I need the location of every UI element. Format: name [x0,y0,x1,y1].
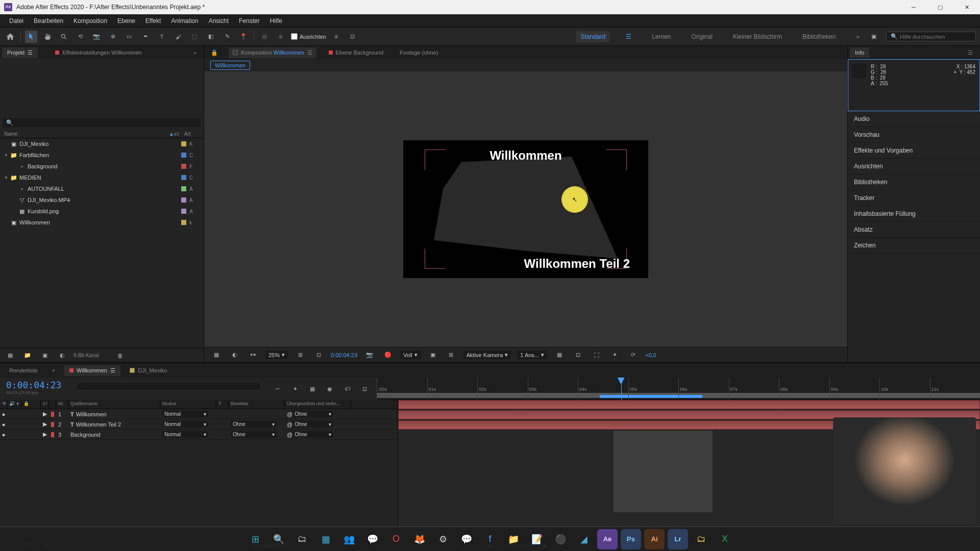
bit-depth[interactable]: 8-Bit-Kanal [74,353,99,358]
project-item[interactable]: ▫BackgroundF [0,161,204,172]
trkmat-dropdown[interactable]: Ohne▾ [231,431,277,438]
channel-icon[interactable]: 🔴 [382,349,394,361]
col-solo-icon[interactable]: ● [14,400,21,409]
ruler-tick[interactable]: 01s [427,378,436,399]
roi-icon[interactable]: ▣ [427,349,439,361]
res-icon-2[interactable]: ⊡ [312,349,325,361]
shape-tool[interactable]: ▭ [123,31,135,43]
comp-canvas[interactable]: Willkommen Willkommen Teil 2 ↖ [403,140,648,278]
snap-opt-2[interactable]: ⊡ [347,31,359,43]
transparency-icon[interactable]: ◐ [229,349,241,361]
workspace-lernen[interactable]: Lernen [648,31,675,42]
text-tool[interactable]: T [156,31,168,43]
twirl-icon[interactable]: ▼ [4,153,10,158]
layer-visibility-toggle[interactable]: ● [0,411,7,417]
ruler-tick[interactable]: 03s [528,378,537,399]
menu-komposition[interactable]: Komposition [68,15,112,27]
resolution-dropdown[interactable]: Voll ▾ [400,350,421,359]
camera-dropdown[interactable]: Aktive Kamera ▾ [463,350,511,359]
taskbar-notes[interactable]: 📝 [527,529,547,549]
col-tag[interactable]: 🏷 [174,131,184,137]
project-item[interactable]: ▼📁FarbflächenC [0,149,204,161]
tool-opt-2[interactable]: ◉ [275,31,287,43]
brush-tool[interactable]: 🖌 [172,31,184,43]
project-search-input[interactable] [13,120,198,126]
pickwhip-icon[interactable]: @ [287,421,292,428]
blend-mode-dropdown[interactable]: Normal▾ [162,431,208,438]
ruler-tick[interactable]: 05s [628,378,638,399]
trkmat-dropdown[interactable]: Ohne▾ [231,421,277,428]
canvas-text-top[interactable]: Willkommen [489,148,561,163]
sort-arrow-icon[interactable]: ▲ [169,131,174,137]
layer-bar[interactable] [398,400,980,409]
layer-color-swatch[interactable] [49,412,56,417]
col-audio-icon[interactable]: 🔊 [7,400,14,409]
timeline-search-input[interactable] [76,382,261,391]
taskbar-opera[interactable]: O [386,529,406,549]
taskbar-app1[interactable]: ⚙ [433,529,453,549]
tab-footage[interactable]: Footage (ohne) [396,47,442,58]
panel-bibliotheken[interactable]: Bibliotheken [848,174,980,190]
taskbar-windows[interactable]: ⊞ [245,529,265,549]
ruler-tick[interactable]: 07s [729,378,738,399]
label-swatch[interactable] [181,209,186,214]
taskbar-obs[interactable]: ⚫ [550,529,571,549]
ruler-tick[interactable]: 02s [477,378,486,399]
tab-renderliste-close[interactable]: × [47,365,60,375]
ruler-tick[interactable]: 10s [879,378,889,399]
vf-4[interactable]: ✦ [608,349,621,361]
taskbar-lr[interactable]: Lr [668,529,688,549]
label-swatch[interactable] [181,153,186,158]
snapshot-icon[interactable]: 📷 [363,349,376,361]
eraser-tool[interactable]: ◧ [205,31,217,43]
ruler-tick[interactable]: :00s [377,378,387,399]
workspace-more[interactable]: » [852,31,864,42]
col-lock-icon[interactable]: 🔒 [21,400,29,409]
project-item[interactable]: ▣DJI_MexikoK [0,138,204,149]
breadcrumb-item[interactable]: Willkommen [210,61,250,70]
menu-bearbeiten[interactable]: Bearbeiten [29,15,68,27]
vf-1[interactable]: ▦ [553,349,566,361]
pickwhip-icon[interactable]: @ [287,432,292,438]
col-quellenname[interactable]: Quellenname [68,400,160,409]
help-search-input[interactable] [900,34,971,40]
layer-row[interactable]: ●▶3BackgroundNormal▾Ohne▾@ Ohne▾ [0,430,398,440]
close-button[interactable]: ✕ [958,0,976,14]
tab-menu-icon[interactable]: ☰ [307,49,312,56]
layer-name[interactable]: Background [68,432,160,438]
panel-tracker[interactable]: Tracker [848,190,980,206]
menu-ebene[interactable]: Ebene [112,15,140,27]
clone-tool[interactable]: ⬚ [188,31,201,43]
workspace-kleiner[interactable]: Kleiner Bildschirm [729,31,786,42]
minimize-button[interactable]: ─ [904,0,923,14]
ruler-tick[interactable]: 11s [930,378,939,399]
layer-color-swatch[interactable] [49,422,56,427]
tab-ebene[interactable]: Ebene Background [325,47,388,58]
layer-twirl[interactable]: ▶ [41,421,49,428]
panel-vorschau[interactable]: Vorschau [848,127,980,143]
taskbar-ai[interactable]: Ai [644,529,665,549]
layer-row[interactable]: ●▶2T Willkommen Teil 2Normal▾Ohne▾@ Ohne… [0,419,398,430]
maximize-button[interactable]: ▢ [931,0,949,14]
pen-tool[interactable]: ✒ [139,31,152,43]
project-item[interactable]: ▣Willkommenk [0,217,204,228]
project-item[interactable]: ▦Kursbild.pngA [0,206,204,217]
taskbar-firefox[interactable]: 🦊 [409,529,430,549]
timeline-ruler[interactable]: :00s01s02s03s04s05s06s07s08s09s10s11s12s [377,378,980,400]
exposure-value[interactable]: +0,0 [645,352,656,358]
info-menu[interactable]: ☰ [963,47,978,58]
parent-dropdown[interactable]: Ohne▾ [292,411,333,417]
project-item[interactable]: ▽DJI_Mexiko.MP4A [0,194,204,206]
panel-zeichen[interactable]: Zeichen [848,238,980,254]
layer-row[interactable]: ●▶1T WillkommenNormal▾@ Ohne▾ [0,409,398,419]
workspace-bibliotheken[interactable]: Bibliotheken [798,31,840,42]
ruler-tick[interactable]: 08s [779,378,788,399]
vf-5[interactable]: ⟳ [627,349,639,361]
parent-dropdown[interactable]: Ohne▾ [292,431,333,438]
menu-ansicht[interactable]: Ansicht [204,15,234,27]
camera-tool[interactable]: 📷 [90,31,103,43]
project-item[interactable]: ▼📁MEDIENC [0,172,204,183]
res-icon-1[interactable]: ⊞ [294,349,306,361]
col-bewmas[interactable]: BewMas [229,400,285,409]
taskbar-teams[interactable]: 👥 [339,529,359,549]
